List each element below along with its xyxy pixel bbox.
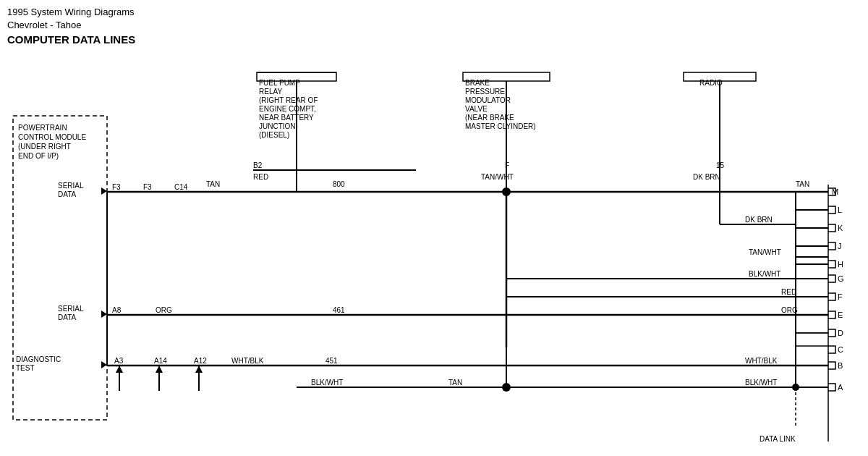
svg-text:MODULATOR: MODULATOR xyxy=(465,96,511,104)
svg-text:D: D xyxy=(838,329,843,337)
svg-marker-98 xyxy=(195,366,203,373)
svg-text:BLK/WHT: BLK/WHT xyxy=(311,379,343,387)
svg-text:SERIAL: SERIAL xyxy=(58,305,84,313)
svg-text:TAN: TAN xyxy=(206,180,220,188)
diagram-container: 1995 System Wiring Diagrams Chevrolet - … xyxy=(0,0,868,456)
svg-text:FUEL PUMP: FUEL PUMP xyxy=(259,79,300,87)
svg-text:(DIESEL): (DIESEL) xyxy=(259,131,289,139)
svg-text:DIAGNOSTIC: DIAGNOSTIC xyxy=(16,355,61,363)
svg-text:DATA LINK: DATA LINK xyxy=(760,435,796,443)
svg-text:DK BRN: DK BRN xyxy=(745,216,773,224)
svg-text:WHT/BLK: WHT/BLK xyxy=(745,357,778,365)
svg-text:J: J xyxy=(838,242,842,250)
svg-text:G: G xyxy=(838,274,844,283)
svg-text:A12: A12 xyxy=(194,357,207,365)
svg-text:DATA: DATA xyxy=(58,190,77,198)
svg-text:BRAKE: BRAKE xyxy=(465,79,490,87)
svg-text:A: A xyxy=(838,383,843,392)
svg-text:461: 461 xyxy=(333,306,345,314)
svg-text:15: 15 xyxy=(716,161,725,169)
svg-text:DK BRN: DK BRN xyxy=(693,173,720,181)
svg-text:ORG: ORG xyxy=(156,306,172,314)
svg-text:F: F xyxy=(505,161,509,169)
svg-text:B: B xyxy=(838,361,843,370)
svg-text:B2: B2 xyxy=(253,161,263,169)
svg-text:CONTROL MODULE: CONTROL MODULE xyxy=(18,133,86,141)
svg-text:JUNCTION): JUNCTION) xyxy=(259,122,298,130)
svg-text:C14: C14 xyxy=(174,183,188,191)
svg-text:VALVE: VALVE xyxy=(465,105,488,113)
svg-text:H: H xyxy=(838,260,843,269)
svg-text:RELAY: RELAY xyxy=(259,88,282,96)
svg-line-33 xyxy=(0,0,832,185)
wiring-diagram: POWERTRAIN CONTROL MODULE (UNDER RIGHT E… xyxy=(0,0,868,456)
svg-text:BLK/WHT: BLK/WHT xyxy=(745,379,777,387)
svg-text:F: F xyxy=(838,292,843,301)
svg-text:MASTER CLYINDER): MASTER CLYINDER) xyxy=(465,122,536,130)
svg-text:RED: RED xyxy=(781,288,796,296)
svg-text:(UNDER RIGHT: (UNDER RIGHT xyxy=(18,143,71,151)
svg-text:DATA: DATA xyxy=(58,313,77,321)
svg-text:A8: A8 xyxy=(112,306,122,314)
svg-text:TAN: TAN xyxy=(796,180,809,188)
svg-text:TAN/WHT: TAN/WHT xyxy=(481,173,514,181)
svg-text:TEST: TEST xyxy=(16,364,35,372)
svg-text:K: K xyxy=(838,224,843,232)
svg-text:A14: A14 xyxy=(154,357,167,365)
svg-text:NEAR BATTERY: NEAR BATTERY xyxy=(259,114,314,122)
svg-text:F3: F3 xyxy=(143,183,152,191)
svg-text:PRESSURE: PRESSURE xyxy=(465,88,505,96)
svg-rect-0 xyxy=(13,116,107,420)
svg-text:SERIAL: SERIAL xyxy=(58,182,84,190)
svg-text:TAN: TAN xyxy=(448,379,462,387)
svg-text:POWERTRAIN: POWERTRAIN xyxy=(18,124,67,132)
svg-text:ENGINE COMPT,: ENGINE COMPT, xyxy=(259,105,316,113)
svg-marker-92 xyxy=(116,366,123,373)
svg-marker-95 xyxy=(156,366,163,373)
svg-rect-6 xyxy=(257,72,336,73)
svg-text:800: 800 xyxy=(333,180,345,188)
svg-text:END OF I/P): END OF I/P) xyxy=(18,152,59,160)
svg-marker-89 xyxy=(101,361,107,368)
svg-text:E: E xyxy=(838,311,843,319)
svg-marker-77 xyxy=(101,311,107,318)
svg-text:F3: F3 xyxy=(112,183,121,191)
svg-text:TAN/WHT: TAN/WHT xyxy=(749,248,781,256)
svg-text:BLK/WHT: BLK/WHT xyxy=(749,270,780,278)
svg-text:L: L xyxy=(838,206,842,214)
svg-text:WHT/BLK: WHT/BLK xyxy=(231,357,264,365)
svg-text:(RIGHT REAR OF: (RIGHT REAR OF xyxy=(259,96,318,104)
svg-text:C: C xyxy=(838,345,843,354)
svg-text:RADIO: RADIO xyxy=(699,79,723,87)
svg-text:RED: RED xyxy=(253,173,268,181)
svg-text:A3: A3 xyxy=(114,357,124,365)
svg-text:451: 451 xyxy=(326,357,338,365)
svg-text:(NEAR BRAKE: (NEAR BRAKE xyxy=(465,114,514,122)
svg-marker-48 xyxy=(101,187,107,195)
